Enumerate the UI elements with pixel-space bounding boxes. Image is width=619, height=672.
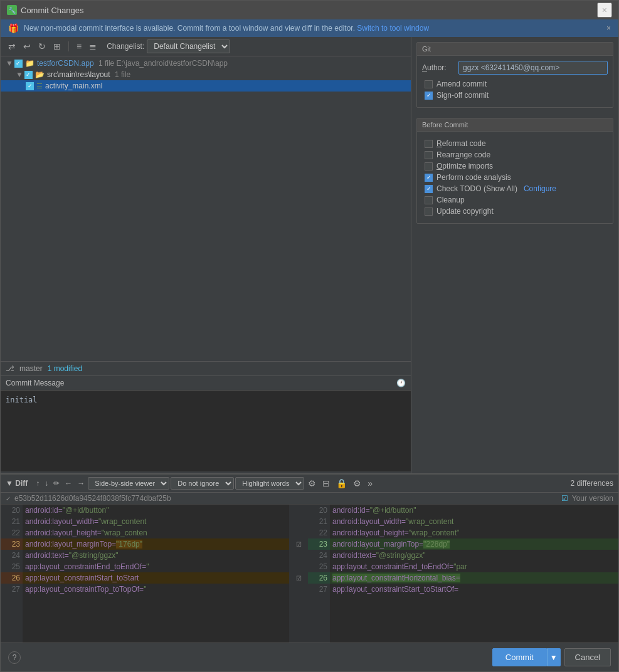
git-section-body: Author: Amend commit ✓ Sign-off commit (417, 56, 613, 107)
right-ln-25: 25 (308, 561, 330, 572)
rearrange-code-checkbox[interactable] (425, 151, 433, 159)
modified-badge[interactable]: 1 modified (48, 364, 82, 373)
tree-item-file[interactable]: ✓ ☰ activity_main.xml (1, 80, 411, 92)
ignore-select[interactable]: Do not ignore (171, 477, 234, 490)
rollback-btn[interactable]: ↩ (21, 40, 33, 53)
root-label: testforCSDN.app 1 file E:\java_android\t… (37, 59, 228, 68)
bottom-bar: ? Commit ▼ Cancel (1, 643, 618, 671)
commit-button[interactable]: Commit (492, 648, 547, 666)
refresh-btn[interactable]: ↻ (36, 40, 48, 53)
hash-bar: ✓ e53b52d11626d0fa94524f8038f5fc774dbaf2… (1, 493, 618, 505)
right-line-23: android:layout_marginTop="228dp" (330, 538, 618, 550)
author-input[interactable] (458, 61, 608, 75)
rearrange-code-label: Rearrange code (436, 150, 490, 159)
help-button[interactable]: ? (8, 651, 21, 664)
diff-title: ▼ Diff (6, 479, 28, 488)
left-ln-21: 21 (1, 516, 23, 527)
branch-name: master (19, 364, 43, 373)
file-label: activity_main.xml (45, 81, 102, 90)
info-icon: 🎁 (8, 23, 19, 33)
amend-commit-row: Amend commit (422, 80, 608, 88)
left-line-24: android:text="@string/ggzx" (23, 550, 289, 561)
hash-check-icon: ✓ (6, 495, 11, 502)
next-diff-btn[interactable]: → (75, 478, 87, 489)
changelist-select[interactable]: Default Changelist (147, 39, 230, 53)
reformat-code-row: Reformat code (422, 139, 608, 148)
group-by-btn[interactable]: ⊞ (51, 40, 63, 53)
right-line-numbers: 20 21 22 23 24 25 26 27 (308, 505, 330, 643)
cleanup-row: Cleanup (422, 196, 608, 204)
left-ln-27: 27 (1, 584, 23, 595)
expand-btn[interactable]: ≡ (74, 40, 84, 53)
cleanup-checkbox[interactable] (425, 196, 433, 204)
prev-diff-btn[interactable]: ← (63, 478, 74, 489)
check-todo-row: ✓ Check TODO (Show All) Configure (422, 184, 608, 193)
right-line-21: android:layout_width="wrap_content (330, 516, 618, 527)
diff-panel: ▼ Diff ↑ ↓ ✏ ← → Side-by-side viewer Do … (1, 473, 618, 643)
configure-link[interactable]: Configure (524, 184, 556, 193)
folder-label: src\main\res\layout 1 file (47, 70, 130, 79)
gear-icon-btn[interactable]: ⚙ (351, 477, 364, 490)
app-icon: 🔧 (7, 5, 17, 15)
info-bar-close[interactable]: × (606, 24, 611, 33)
right-code: android:id="@+id/button" android:layout_… (330, 505, 618, 643)
commit-dropdown-button[interactable]: ▼ (547, 648, 561, 666)
separator1 (68, 41, 69, 51)
right-ln-21: 21 (308, 516, 330, 527)
lock-icon-btn[interactable]: 🔒 (334, 477, 349, 490)
folder-checkbox[interactable]: ✓ (24, 71, 33, 79)
move-to-changelist-btn[interactable]: ⇄ (6, 40, 18, 53)
commit-message-input[interactable]: initial (1, 390, 411, 471)
more-btn[interactable]: » (365, 477, 375, 490)
diff-content: ✓ e53b52d11626d0fa94524f8038f5fc774dbaf2… (1, 493, 618, 643)
scroll-down-btn[interactable]: ↓ (43, 478, 50, 489)
right-ln-22: 22 (308, 527, 330, 538)
columns-icon-btn[interactable]: ⊟ (320, 477, 332, 490)
hash-value: e53b52d11626d0fa94524f8038f5fc774dbaf25b (14, 494, 171, 503)
file-tree: ▼ ✓ 📁 testforCSDN.app 1 file E:\java_and… (1, 56, 411, 361)
git-section-title: Git (417, 43, 613, 56)
collapse-arrow: ▼ (6, 59, 13, 68)
info-text: New non-modal commit interface is availa… (24, 24, 601, 33)
viewer-select[interactable]: Side-by-side viewer (88, 477, 169, 490)
optimize-imports-label: Optimize imports (436, 162, 493, 171)
tree-item-folder[interactable]: ▼ ✓ 📂 src\main\res\layout 1 file (1, 69, 411, 80)
right-panel: Git Author: Amend commit ✓ Sign-off comm… (411, 37, 618, 473)
left-ln-22: 22 (1, 527, 23, 538)
reformat-code-label: Reformat code (436, 139, 486, 148)
collapse-btn[interactable]: ≣ (87, 40, 99, 53)
before-commit-title: Before Commit (417, 118, 613, 132)
optimize-imports-checkbox[interactable] (425, 162, 433, 171)
cancel-button[interactable]: Cancel (564, 648, 611, 666)
signoff-commit-checkbox[interactable]: ✓ (425, 92, 433, 100)
root-checkbox[interactable]: ✓ (14, 60, 23, 68)
edit-btn[interactable]: ✏ (51, 478, 61, 489)
code-analysis-label: Perform code analysis (436, 173, 511, 182)
left-line-22: android:layout_height="wrap_conten (23, 527, 289, 538)
diff-marker-23: ☑ (296, 541, 302, 548)
folder-icon2: 📂 (35, 70, 45, 79)
right-ln-24: 24 (308, 550, 330, 561)
history-icon[interactable]: 🕐 (396, 379, 406, 387)
tree-item-root[interactable]: ▼ ✓ 📁 testforCSDN.app 1 file E:\java_and… (1, 58, 411, 69)
diff-left-col: 20 21 22 23 24 25 26 27 android:id="@+id… (1, 505, 289, 643)
optimize-imports-row: Optimize imports (422, 162, 608, 171)
branch-bar: ⎇ master 1 modified (1, 361, 411, 375)
amend-commit-checkbox[interactable] (425, 80, 433, 88)
settings-icon-btn[interactable]: ⚙ (305, 477, 319, 490)
before-commit-body: Reformat code Rearrange code Optimize im… (417, 132, 613, 223)
update-copyright-checkbox[interactable] (425, 207, 433, 216)
reformat-code-checkbox[interactable] (425, 140, 433, 148)
file-checkbox[interactable]: ✓ (26, 82, 34, 90)
check-todo-checkbox[interactable]: ✓ (425, 185, 433, 193)
folder-arrow: ▼ (16, 70, 23, 79)
switch-tool-window-link[interactable]: Switch to tool window (357, 24, 429, 33)
left-ln-20: 20 (1, 505, 23, 516)
toolbar: ⇄ ↩ ↻ ⊞ ≡ ≣ Changelist: Default Changeli… (1, 37, 411, 56)
scroll-up-btn[interactable]: ↑ (34, 478, 41, 489)
commit-msg-label: Commit Message (6, 379, 64, 387)
diff-center-gutter: ☑ ☑ (289, 505, 308, 643)
code-analysis-checkbox[interactable]: ✓ (425, 174, 433, 182)
highlight-select[interactable]: Highlight words (235, 477, 304, 490)
window-close-button[interactable]: × (597, 3, 612, 18)
